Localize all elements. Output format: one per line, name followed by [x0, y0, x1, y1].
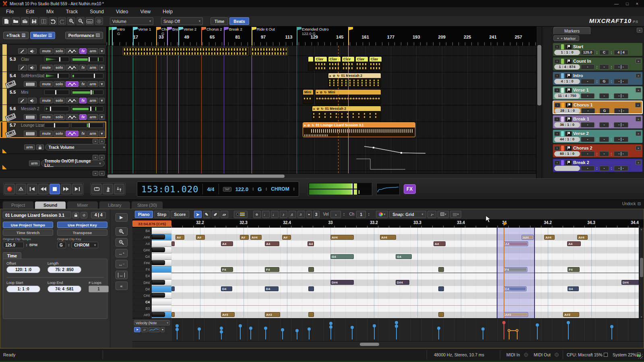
- velocity-handle[interactable]: [610, 325, 613, 328]
- display-options-icon[interactable]: ▾: [450, 211, 461, 218]
- midi-note[interactable]: [171, 286, 175, 291]
- velocity-handle[interactable]: [281, 328, 284, 331]
- velocity-handle[interactable]: [373, 324, 376, 327]
- marker-name[interactable]: Break 1: [573, 117, 589, 121]
- speaker-icon[interactable]: [28, 65, 37, 70]
- marker-entry-intro[interactable]: ›Intro×4 : 1 : 0-▴▾G▴▾- | -: [553, 72, 643, 85]
- mute-button[interactable]: mute: [40, 65, 53, 70]
- marker-close-icon[interactable]: ×: [636, 146, 641, 150]
- beats-mode-button[interactable]: Beats: [229, 17, 249, 25]
- marker-name[interactable]: Verse 1: [573, 88, 589, 93]
- pan-slider[interactable]: [44, 73, 69, 78]
- mode-step-button[interactable]: Step: [154, 211, 170, 218]
- black-key[interactable]: [152, 293, 165, 298]
- track-chevron-icon[interactable]: ▾: [99, 48, 105, 54]
- piano-key-a4[interactable]: [152, 241, 171, 247]
- pan-slider[interactable]: [44, 57, 69, 62]
- black-key[interactable]: [152, 312, 165, 317]
- marker-key[interactable]: -: [599, 151, 609, 156]
- clip-tempo-spinner[interactable]: ▴▾: [25, 243, 28, 247]
- fx-button[interactable]: fx: [79, 81, 87, 87]
- use-project-tempo-button[interactable]: Use Project Tempo: [3, 222, 53, 228]
- fx-button[interactable]: fx: [79, 131, 87, 136]
- velocity-curve-tool[interactable]: [149, 327, 160, 332]
- clip-name-field[interactable]: 01 Lounge Lizard Session 3.1: [3, 212, 71, 218]
- thirtysecond-note-icon[interactable]: ♬: [297, 211, 305, 218]
- marker-key-spinner[interactable]: ▴▾: [610, 80, 613, 83]
- marker-close-icon[interactable]: ×: [636, 88, 641, 93]
- solo-button[interactable]: solo: [54, 48, 65, 54]
- marker-color-swatch[interactable]: [561, 160, 564, 165]
- velocity-stem[interactable]: [250, 328, 251, 339]
- select-tool-icon[interactable]: ➤: [194, 211, 202, 218]
- automation-icon[interactable]: [66, 114, 78, 120]
- automation-icon[interactable]: [66, 48, 78, 54]
- black-key[interactable]: [152, 280, 165, 285]
- audio-strip-clip[interactable]: [123, 47, 249, 56]
- track-chevron-icon[interactable]: ▾: [99, 131, 105, 136]
- marker-position[interactable]: 28 : 1 : 0: [555, 108, 580, 113]
- whole-note-icon[interactable]: o: [253, 211, 261, 218]
- midi-note[interactable]: [438, 286, 444, 291]
- marker-tempo[interactable]: -: [581, 122, 594, 128]
- piano-key-cs4[interactable]: [152, 292, 171, 299]
- menu-sound[interactable]: Sound: [84, 8, 110, 15]
- arm-button[interactable]: arm: [87, 65, 98, 70]
- length-field[interactable]: 75: 2 :850: [47, 266, 81, 273]
- marker-color-swatch[interactable]: [561, 131, 564, 136]
- velocity-stem[interactable]: [265, 328, 266, 339]
- track-name[interactable]: Clav: [21, 57, 29, 62]
- velocity-handle[interactable]: [508, 329, 510, 332]
- velocity-stem[interactable]: [221, 328, 222, 339]
- marker-tempo-spinner[interactable]: ▴▾: [595, 123, 599, 127]
- marker-expand-icon[interactable]: ›: [554, 132, 560, 136]
- timeline-hscrollbar[interactable]: [107, 173, 536, 178]
- marker-name[interactable]: Break 2: [573, 160, 589, 165]
- arm-button[interactable]: arm: [87, 98, 98, 103]
- channel-spinner[interactable]: ▴▾: [367, 212, 370, 216]
- scale-dropdown-icon[interactable]: ▴▾: [293, 187, 295, 191]
- meter-readout[interactable]: 4/4: [207, 186, 214, 192]
- piano-key-c4[interactable]: [152, 299, 171, 305]
- close-lane-icon[interactable]: ×: [99, 139, 105, 144]
- clip-header-icons[interactable]: ▸ ⊘ ↻: [317, 90, 327, 94]
- clip-tempo-field[interactable]: 125.0: [3, 242, 24, 248]
- marker-color-swatch[interactable]: [561, 59, 564, 64]
- half-note-icon[interactable]: ♩: [262, 211, 270, 218]
- midi-note[interactable]: F4: [568, 267, 580, 272]
- volume-slider[interactable]: [71, 123, 103, 128]
- midi-note[interactable]: F4: [221, 267, 233, 272]
- marker-key[interactable]: -: [599, 137, 609, 142]
- clip-meter[interactable]: 4 | 4: [91, 212, 106, 218]
- editor-zoom-in-icon[interactable]: [116, 227, 128, 236]
- marker-key-spinner[interactable]: ▴▾: [610, 51, 613, 54]
- mute-button[interactable]: mute: [40, 48, 53, 54]
- selection-box[interactable]: [497, 228, 535, 318]
- instrument-cassette-icon[interactable]: [6, 131, 16, 137]
- piano-roll-hscrollbar[interactable]: [132, 341, 644, 347]
- marker-meter[interactable]: - | -: [614, 93, 628, 99]
- menu-view[interactable]: View: [134, 8, 157, 15]
- undo-icon[interactable]: [49, 17, 57, 25]
- mute-button[interactable]: mute: [40, 81, 53, 87]
- midi-note[interactable]: G4: [330, 254, 354, 259]
- pan-slider[interactable]: [44, 123, 69, 128]
- fx-button[interactable]: fx: [79, 48, 87, 54]
- marker-expand-icon[interactable]: ›: [554, 59, 560, 64]
- menu-video[interactable]: Video: [110, 8, 134, 15]
- midi-note[interactable]: A#: [282, 235, 291, 240]
- marker-key[interactable]: G: [599, 79, 609, 84]
- midi-note[interactable]: [438, 312, 444, 317]
- marker-entry-break-1[interactable]: ›Break 1×36 : 1 : 0-▴▾-▴▾- | -: [553, 115, 643, 129]
- marker-color-swatch[interactable]: [561, 117, 564, 122]
- h-zoom-out-icon[interactable]: ↔−: [116, 260, 128, 268]
- piano-instrument-icon[interactable]: [24, 131, 37, 136]
- arm-button[interactable]: arm: [87, 81, 98, 87]
- midi-note[interactable]: A#: [175, 235, 184, 240]
- track-row-5.5[interactable]: 5.5Minimutesolofxarm▾: [0, 88, 106, 105]
- tab-sound[interactable]: Sound: [35, 201, 66, 209]
- instrument-cassette-icon[interactable]: [6, 114, 16, 120]
- pan-slider[interactable]: [44, 106, 69, 111]
- track-row-5.6[interactable]: 5.6Messiah 2mutesolofxarm▾: [0, 105, 106, 121]
- automation-lane[interactable]: +×armTrack Volume▾: [0, 138, 106, 154]
